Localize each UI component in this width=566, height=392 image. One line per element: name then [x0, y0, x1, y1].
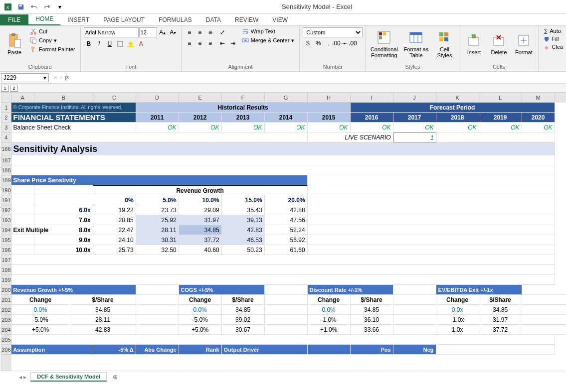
row-header[interactable]: 203 — [1, 315, 11, 325]
cell[interactable]: Balance Sheet Check — [11, 123, 136, 132]
cell[interactable] — [11, 265, 555, 275]
cell[interactable]: -5.0% — [179, 315, 222, 325]
row-header[interactable]: 196 — [1, 245, 11, 255]
cell[interactable]: OK — [393, 123, 436, 132]
cell[interactable]: 34.85 — [351, 305, 393, 315]
cell[interactable]: 36.10 — [351, 315, 393, 325]
cell[interactable]: 9.0x — [34, 235, 93, 245]
cell[interactable]: -1.0% — [308, 315, 351, 325]
align-right-button[interactable]: ≡ — [205, 38, 215, 48]
row-header[interactable]: 190 — [1, 185, 11, 195]
cell[interactable]: 35.43 — [222, 205, 265, 215]
cell[interactable]: Abs Change — [136, 345, 179, 355]
cell[interactable]: 37.72 — [479, 325, 522, 335]
fx-icon[interactable]: fx — [65, 74, 69, 81]
cell[interactable]: 42.83 — [222, 225, 265, 235]
row-header[interactable]: 204 — [1, 325, 11, 335]
cell[interactable]: $/Share — [479, 295, 522, 305]
row-header[interactable]: 205 — [1, 335, 11, 345]
cell[interactable]: Change — [436, 295, 479, 305]
cell[interactable]: LIVE SCENARIO — [308, 132, 393, 142]
cell[interactable]: 25.92 — [136, 215, 179, 225]
cell[interactable]: OK — [136, 123, 179, 132]
autosum-button[interactable]: ∑ Auto — [542, 27, 565, 34]
cell[interactable]: 2015 — [308, 113, 351, 123]
outline-level-2[interactable]: 2 — [10, 85, 18, 92]
cell[interactable]: 23.73 — [136, 205, 179, 215]
cell[interactable]: 6.0x — [34, 205, 93, 215]
col-header[interactable]: B — [34, 93, 93, 103]
decrease-decimal-button[interactable]: ←.00 — [345, 38, 355, 48]
percent-button[interactable]: % — [313, 38, 323, 48]
fill-button[interactable]: Fill — [542, 35, 565, 42]
cell[interactable]: 0% — [93, 195, 136, 205]
cell[interactable]: 2020 — [522, 113, 555, 123]
cell[interactable]: 2016 — [351, 113, 393, 123]
cells-area[interactable]: A B C D E F G H I J K L M © Corporate Fi… — [11, 93, 566, 371]
col-header[interactable]: A — [11, 93, 34, 103]
cell[interactable]: 61.60 — [265, 245, 308, 255]
col-header[interactable]: D — [136, 93, 179, 103]
tab-data[interactable]: DATA — [199, 14, 228, 25]
row-header[interactable]: 194 — [1, 225, 11, 235]
wrap-text-button[interactable]: Wrap Text — [240, 27, 297, 35]
cell[interactable]: +1.0% — [308, 325, 351, 335]
cell[interactable] — [11, 132, 308, 142]
col-header[interactable]: M — [522, 93, 555, 103]
cell[interactable] — [308, 195, 555, 205]
cell[interactable] — [308, 345, 351, 355]
cell[interactable]: 2012 — [179, 113, 222, 123]
cell[interactable]: OK — [308, 123, 351, 132]
conditional-formatting-button[interactable]: Conditional Formatting — [369, 27, 399, 60]
qat-dropdown[interactable]: ▾ — [54, 1, 66, 13]
cell[interactable]: -5% Δ — [93, 345, 136, 355]
row-header[interactable]: 198 — [1, 265, 11, 275]
row-header[interactable]: 187 — [1, 155, 11, 165]
row-header[interactable]: 206 — [1, 345, 11, 355]
cut-button[interactable]: Cut — [28, 27, 77, 35]
cell[interactable] — [265, 315, 308, 325]
cell[interactable] — [308, 205, 555, 215]
cell[interactable] — [265, 305, 308, 315]
cell[interactable]: 34.85 — [179, 225, 222, 235]
cell[interactable] — [11, 245, 34, 255]
cell[interactable]: Output Driver — [222, 345, 308, 355]
fill-color-button[interactable] — [126, 39, 136, 49]
tab-review[interactable]: REVIEW — [228, 14, 265, 25]
cell[interactable]: 7.0x — [34, 215, 93, 225]
cell[interactable] — [308, 215, 555, 225]
cell[interactable]: OK — [436, 123, 479, 132]
cell[interactable] — [11, 185, 34, 195]
cell[interactable]: OK — [222, 123, 265, 132]
border-button[interactable] — [115, 39, 125, 49]
col-header[interactable]: G — [265, 93, 308, 103]
cell[interactable] — [393, 295, 436, 305]
cell[interactable]: OK — [179, 123, 222, 132]
spreadsheet-grid[interactable]: 1 2 3 4 186 187 188 189 190 191 192 193 … — [0, 93, 566, 371]
cell[interactable] — [522, 325, 566, 335]
col-header[interactable]: J — [393, 93, 436, 103]
cell[interactable] — [265, 285, 308, 295]
cell[interactable]: Neg — [393, 345, 436, 355]
tab-view[interactable]: VIEW — [265, 14, 295, 25]
cancel-formula-icon[interactable]: ✕ — [53, 74, 58, 81]
font-size-select[interactable] — [139, 27, 157, 37]
cell[interactable] — [34, 185, 93, 195]
align-center-button[interactable]: ≡ — [195, 38, 205, 48]
cell[interactable] — [308, 225, 555, 235]
cell[interactable]: 0.0x — [436, 305, 479, 315]
cell[interactable]: 28.11 — [136, 225, 179, 235]
cell[interactable] — [436, 132, 555, 142]
cell[interactable]: 34.85 — [479, 305, 522, 315]
undo-button[interactable] — [28, 1, 40, 13]
cell[interactable]: $/Share — [222, 295, 265, 305]
cell[interactable]: Revenue Growth +/-5% — [11, 285, 136, 295]
decrease-font-button[interactable]: A▾ — [168, 27, 178, 37]
cell[interactable]: 37.72 — [179, 235, 222, 245]
increase-indent-button[interactable]: ⇥ — [228, 38, 238, 48]
tab-home[interactable]: HOME — [28, 13, 60, 25]
bold-button[interactable]: B — [84, 39, 94, 49]
row-header[interactable]: 195 — [1, 235, 11, 245]
cell[interactable] — [11, 165, 555, 175]
cell[interactable]: 15.0% — [222, 195, 265, 205]
